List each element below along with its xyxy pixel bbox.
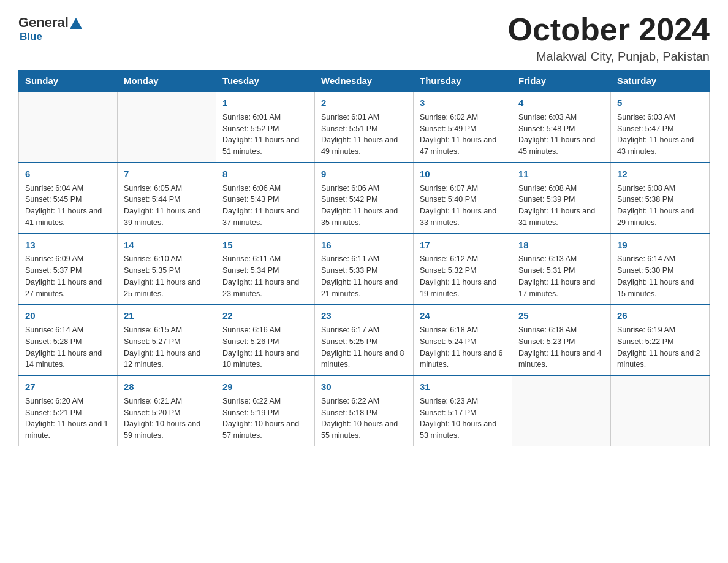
title-block: October 2024 Malakwal City, Punjab, Paki…	[508, 12, 710, 64]
calendar-day-cell: 7Sunrise: 6:05 AMSunset: 5:44 PMDaylight…	[118, 163, 216, 234]
day-number: 25	[518, 309, 604, 323]
calendar-week-row: 27Sunrise: 6:20 AMSunset: 5:21 PMDayligh…	[19, 375, 710, 446]
calendar-day-cell	[118, 91, 216, 163]
day-info: Sunrise: 6:09 AMSunset: 5:37 PMDaylight:…	[25, 253, 111, 299]
day-number: 31	[420, 380, 506, 394]
day-number: 22	[222, 309, 308, 323]
day-info: Sunrise: 6:06 AMSunset: 5:43 PMDaylight:…	[222, 183, 308, 229]
weekday-header-tuesday: Tuesday	[216, 71, 315, 92]
calendar-day-cell	[611, 375, 710, 446]
calendar-day-cell: 16Sunrise: 6:11 AMSunset: 5:33 PMDayligh…	[315, 234, 414, 305]
day-number: 12	[617, 167, 703, 181]
day-number: 24	[420, 309, 506, 323]
day-info: Sunrise: 6:02 AMSunset: 5:49 PMDaylight:…	[420, 112, 506, 158]
month-year-title: October 2024	[508, 12, 710, 47]
day-number: 23	[321, 309, 407, 323]
day-info: Sunrise: 6:11 AMSunset: 5:33 PMDaylight:…	[321, 253, 407, 299]
day-number: 18	[518, 239, 604, 252]
weekday-header-friday: Friday	[512, 71, 611, 92]
calendar-header-row: SundayMondayTuesdayWednesdayThursdayFrid…	[19, 71, 710, 92]
calendar-day-cell: 22Sunrise: 6:16 AMSunset: 5:26 PMDayligh…	[216, 304, 315, 375]
day-info: Sunrise: 6:03 AMSunset: 5:48 PMDaylight:…	[518, 112, 604, 158]
logo-triangle-icon	[70, 18, 82, 29]
calendar-day-cell: 29Sunrise: 6:22 AMSunset: 5:19 PMDayligh…	[216, 375, 315, 446]
calendar-day-cell: 31Sunrise: 6:23 AMSunset: 5:17 PMDayligh…	[414, 375, 512, 446]
weekday-header-sunday: Sunday	[19, 71, 118, 92]
calendar-day-cell: 6Sunrise: 6:04 AMSunset: 5:45 PMDaylight…	[19, 163, 118, 234]
calendar-week-row: 1Sunrise: 6:01 AMSunset: 5:52 PMDaylight…	[19, 91, 710, 163]
calendar-day-cell: 12Sunrise: 6:08 AMSunset: 5:38 PMDayligh…	[611, 163, 710, 234]
calendar-day-cell: 13Sunrise: 6:09 AMSunset: 5:37 PMDayligh…	[19, 234, 118, 305]
calendar-day-cell: 21Sunrise: 6:15 AMSunset: 5:27 PMDayligh…	[118, 304, 216, 375]
day-info: Sunrise: 6:08 AMSunset: 5:38 PMDaylight:…	[617, 183, 703, 229]
day-number: 16	[321, 239, 407, 252]
weekday-header-wednesday: Wednesday	[315, 71, 414, 92]
calendar-day-cell: 1Sunrise: 6:01 AMSunset: 5:52 PMDaylight…	[216, 91, 315, 163]
day-info: Sunrise: 6:14 AMSunset: 5:28 PMDaylight:…	[25, 324, 111, 370]
weekday-header-monday: Monday	[118, 71, 216, 92]
day-info: Sunrise: 6:18 AMSunset: 5:24 PMDaylight:…	[420, 324, 506, 370]
day-number: 19	[617, 239, 703, 252]
day-info: Sunrise: 6:22 AMSunset: 5:19 PMDaylight:…	[222, 396, 308, 442]
calendar-week-row: 6Sunrise: 6:04 AMSunset: 5:45 PMDaylight…	[19, 163, 710, 234]
day-number: 4	[518, 96, 604, 110]
day-number: 21	[124, 309, 210, 323]
day-info: Sunrise: 6:13 AMSunset: 5:31 PMDaylight:…	[518, 253, 604, 299]
logo-blue-text: Blue	[20, 31, 42, 43]
calendar-day-cell: 5Sunrise: 6:03 AMSunset: 5:47 PMDaylight…	[611, 91, 710, 163]
calendar-day-cell: 4Sunrise: 6:03 AMSunset: 5:48 PMDaylight…	[512, 91, 611, 163]
weekday-header-saturday: Saturday	[611, 71, 710, 92]
day-info: Sunrise: 6:10 AMSunset: 5:35 PMDaylight:…	[124, 253, 210, 299]
day-number: 2	[321, 96, 407, 110]
day-info: Sunrise: 6:12 AMSunset: 5:32 PMDaylight:…	[420, 253, 506, 299]
page-header: General Blue October 2024 Malakwal City,…	[18, 12, 710, 64]
calendar-day-cell: 10Sunrise: 6:07 AMSunset: 5:40 PMDayligh…	[414, 163, 512, 234]
day-info: Sunrise: 6:01 AMSunset: 5:51 PMDaylight:…	[321, 112, 407, 158]
calendar-week-row: 13Sunrise: 6:09 AMSunset: 5:37 PMDayligh…	[19, 234, 710, 305]
day-info: Sunrise: 6:03 AMSunset: 5:47 PMDaylight:…	[617, 112, 703, 158]
day-info: Sunrise: 6:05 AMSunset: 5:44 PMDaylight:…	[124, 183, 210, 229]
calendar-day-cell: 14Sunrise: 6:10 AMSunset: 5:35 PMDayligh…	[118, 234, 216, 305]
calendar-day-cell: 20Sunrise: 6:14 AMSunset: 5:28 PMDayligh…	[19, 304, 118, 375]
day-number: 3	[420, 96, 506, 110]
day-info: Sunrise: 6:18 AMSunset: 5:23 PMDaylight:…	[518, 324, 604, 370]
calendar-day-cell: 23Sunrise: 6:17 AMSunset: 5:25 PMDayligh…	[315, 304, 414, 375]
day-info: Sunrise: 6:17 AMSunset: 5:25 PMDaylight:…	[321, 324, 407, 370]
day-number: 17	[420, 239, 506, 252]
location-subtitle: Malakwal City, Punjab, Pakistan	[508, 50, 710, 64]
day-number: 27	[25, 380, 111, 394]
day-number: 6	[25, 167, 111, 181]
day-number: 13	[25, 239, 111, 252]
day-number: 8	[222, 167, 308, 181]
calendar-week-row: 20Sunrise: 6:14 AMSunset: 5:28 PMDayligh…	[19, 304, 710, 375]
calendar-day-cell: 15Sunrise: 6:11 AMSunset: 5:34 PMDayligh…	[216, 234, 315, 305]
logo: General Blue	[18, 12, 82, 43]
day-info: Sunrise: 6:23 AMSunset: 5:17 PMDaylight:…	[420, 396, 506, 442]
calendar-day-cell: 17Sunrise: 6:12 AMSunset: 5:32 PMDayligh…	[414, 234, 512, 305]
day-info: Sunrise: 6:16 AMSunset: 5:26 PMDaylight:…	[222, 324, 308, 370]
calendar-day-cell: 11Sunrise: 6:08 AMSunset: 5:39 PMDayligh…	[512, 163, 611, 234]
calendar-day-cell: 26Sunrise: 6:19 AMSunset: 5:22 PMDayligh…	[611, 304, 710, 375]
day-number: 14	[124, 239, 210, 252]
calendar-day-cell: 30Sunrise: 6:22 AMSunset: 5:18 PMDayligh…	[315, 375, 414, 446]
day-number: 30	[321, 380, 407, 394]
day-info: Sunrise: 6:22 AMSunset: 5:18 PMDaylight:…	[321, 396, 407, 442]
day-number: 5	[617, 96, 703, 110]
day-number: 29	[222, 380, 308, 394]
calendar-day-cell: 8Sunrise: 6:06 AMSunset: 5:43 PMDaylight…	[216, 163, 315, 234]
weekday-header-thursday: Thursday	[414, 71, 512, 92]
day-number: 26	[617, 309, 703, 323]
logo-general-text: General	[18, 16, 69, 29]
day-info: Sunrise: 6:01 AMSunset: 5:52 PMDaylight:…	[222, 112, 308, 158]
calendar-day-cell: 19Sunrise: 6:14 AMSunset: 5:30 PMDayligh…	[611, 234, 710, 305]
calendar-table: SundayMondayTuesdayWednesdayThursdayFrid…	[18, 70, 710, 446]
calendar-day-cell	[512, 375, 611, 446]
calendar-day-cell: 9Sunrise: 6:06 AMSunset: 5:42 PMDaylight…	[315, 163, 414, 234]
day-info: Sunrise: 6:20 AMSunset: 5:21 PMDaylight:…	[25, 396, 111, 442]
day-number: 20	[25, 309, 111, 323]
day-info: Sunrise: 6:11 AMSunset: 5:34 PMDaylight:…	[222, 253, 308, 299]
day-info: Sunrise: 6:14 AMSunset: 5:30 PMDaylight:…	[617, 253, 703, 299]
day-number: 11	[518, 167, 604, 181]
day-info: Sunrise: 6:07 AMSunset: 5:40 PMDaylight:…	[420, 183, 506, 229]
day-number: 10	[420, 167, 506, 181]
